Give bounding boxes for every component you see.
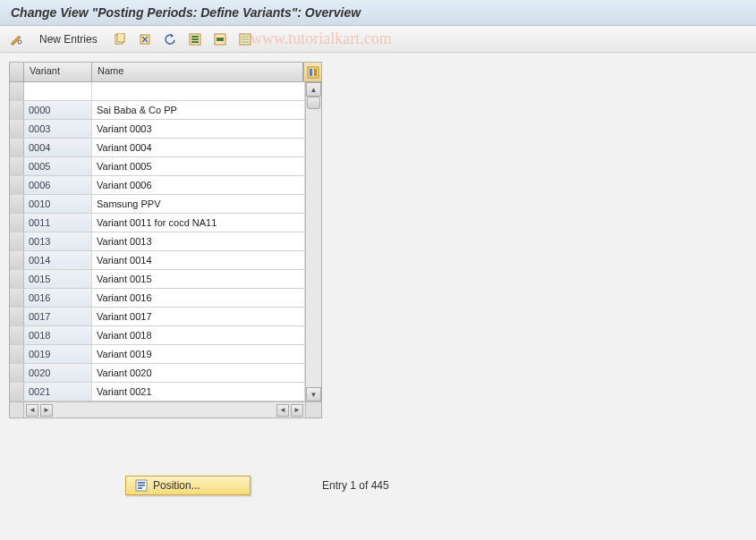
row-selector[interactable] xyxy=(10,251,24,269)
table-row: 0013Variant 0013 xyxy=(10,232,305,251)
cell-name[interactable]: Variant 0021 xyxy=(92,383,305,401)
cell-name[interactable]: Variant 0011 for cocd NA11 xyxy=(92,214,305,232)
cell-variant[interactable]: 0004 xyxy=(24,139,92,156)
cell-variant[interactable]: 0006 xyxy=(24,176,92,194)
cell-name[interactable] xyxy=(92,82,305,100)
cell-name[interactable]: Variant 0020 xyxy=(92,364,305,382)
row-selector[interactable] xyxy=(10,120,24,138)
svg-rect-5 xyxy=(191,36,199,38)
cell-variant[interactable]: 0015 xyxy=(24,270,92,288)
column-header-name[interactable]: Name xyxy=(92,63,303,81)
svg-rect-14 xyxy=(308,67,319,78)
toolbar: New Entries www.tutorialkart.com xyxy=(0,26,756,53)
cell-name[interactable]: Variant 0017 xyxy=(92,308,305,325)
cell-variant[interactable]: 0013 xyxy=(24,232,92,250)
cell-variant[interactable]: 0000 xyxy=(24,101,92,119)
row-selector[interactable] xyxy=(10,157,24,175)
table-row: 0003Variant 0003 xyxy=(10,120,305,139)
column-header-variant[interactable]: Variant xyxy=(24,63,92,81)
table-row: 0010Samsung PPV xyxy=(10,195,305,214)
cell-name[interactable]: Variant 0006 xyxy=(92,176,305,194)
copy-icon xyxy=(114,33,126,46)
scroll-track[interactable] xyxy=(306,97,321,387)
position-button[interactable]: Position... xyxy=(125,476,251,495)
cell-name[interactable]: Variant 0016 xyxy=(92,289,305,307)
hscroll-left-button[interactable]: ◄ xyxy=(26,404,38,417)
cell-variant[interactable]: 0010 xyxy=(24,195,92,213)
row-selector[interactable] xyxy=(10,383,24,401)
hscroll-right-button-2[interactable]: ► xyxy=(291,404,303,417)
row-selector-header[interactable] xyxy=(10,63,24,81)
cell-name[interactable]: Sai Baba & Co PP xyxy=(92,101,305,119)
table-row: 0018Variant 0018 xyxy=(10,326,305,345)
cell-variant[interactable]: 0020 xyxy=(24,364,92,382)
table-row: 0015Variant 0015 xyxy=(10,270,305,289)
undo-button[interactable] xyxy=(160,30,180,49)
svg-rect-12 xyxy=(242,38,249,40)
row-selector[interactable] xyxy=(10,195,24,213)
table-row: 0017Variant 0017 xyxy=(10,308,305,326)
cell-name[interactable]: Variant 0019 xyxy=(92,345,305,363)
toggle-display-change-button[interactable] xyxy=(7,30,27,49)
entry-status: Entry 1 of 445 xyxy=(322,479,389,492)
row-selector[interactable] xyxy=(10,326,24,344)
cell-variant[interactable]: 0016 xyxy=(24,289,92,307)
table-row: 0019Variant 0019 xyxy=(10,345,305,364)
table-row: 0005Variant 0005 xyxy=(10,157,305,176)
svg-rect-15 xyxy=(310,69,312,76)
cell-variant[interactable]: 0003 xyxy=(24,120,92,138)
svg-rect-20 xyxy=(138,487,142,489)
select-block-icon xyxy=(214,33,226,46)
delete-button[interactable] xyxy=(135,30,155,49)
cell-variant[interactable]: 0019 xyxy=(24,345,92,363)
deselect-all-button[interactable] xyxy=(235,30,255,49)
cell-variant[interactable]: 0005 xyxy=(24,157,92,175)
copy-as-button[interactable] xyxy=(110,30,130,49)
position-button-label: Position... xyxy=(153,479,200,492)
row-selector[interactable] xyxy=(10,139,24,156)
table-row: 0000Sai Baba & Co PP xyxy=(10,101,305,120)
select-all-button[interactable] xyxy=(185,30,205,49)
vertical-scrollbar[interactable]: ▲ ▼ xyxy=(305,82,321,401)
watermark-text: www.tutorialkart.com xyxy=(251,30,392,48)
svg-rect-16 xyxy=(314,69,317,76)
row-selector[interactable] xyxy=(10,214,24,232)
cell-variant[interactable] xyxy=(24,82,92,100)
svg-rect-6 xyxy=(191,38,199,40)
cell-name[interactable]: Variant 0004 xyxy=(92,139,305,156)
svg-point-0 xyxy=(18,40,21,44)
row-selector[interactable] xyxy=(10,82,24,100)
row-selector[interactable] xyxy=(10,232,24,250)
cell-variant[interactable]: 0017 xyxy=(24,308,92,325)
row-selector[interactable] xyxy=(10,364,24,382)
row-selector[interactable] xyxy=(10,101,24,119)
cell-variant[interactable]: 0011 xyxy=(24,214,92,232)
cell-name[interactable]: Variant 0003 xyxy=(92,120,305,138)
cell-variant[interactable]: 0021 xyxy=(24,383,92,401)
cell-variant[interactable]: 0018 xyxy=(24,326,92,344)
scroll-thumb[interactable] xyxy=(307,97,320,109)
row-selector[interactable] xyxy=(10,270,24,288)
scroll-up-button[interactable]: ▲ xyxy=(306,82,321,97)
hscroll-left-button-2[interactable]: ◄ xyxy=(276,404,289,417)
position-icon xyxy=(135,479,148,492)
pencil-glasses-icon xyxy=(10,32,24,46)
table-settings-icon xyxy=(307,66,319,79)
hscroll-right-button[interactable]: ► xyxy=(40,404,53,417)
new-entries-button[interactable]: New Entries xyxy=(32,31,105,47)
row-selector[interactable] xyxy=(10,289,24,307)
cell-name[interactable]: Variant 0005 xyxy=(92,157,305,175)
cell-name[interactable]: Variant 0018 xyxy=(92,326,305,344)
select-block-button[interactable] xyxy=(210,30,230,49)
cell-name[interactable]: Variant 0015 xyxy=(92,270,305,288)
cell-name[interactable]: Samsung PPV xyxy=(92,195,305,213)
cell-variant[interactable]: 0014 xyxy=(24,251,92,269)
row-selector[interactable] xyxy=(10,345,24,363)
table-settings-button[interactable] xyxy=(303,63,321,81)
cell-name[interactable]: Variant 0014 xyxy=(92,251,305,269)
scroll-down-button[interactable]: ▼ xyxy=(306,387,321,401)
row-selector[interactable] xyxy=(10,176,24,194)
cell-name[interactable]: Variant 0013 xyxy=(92,232,305,250)
svg-rect-2 xyxy=(117,33,124,42)
row-selector[interactable] xyxy=(10,308,24,325)
